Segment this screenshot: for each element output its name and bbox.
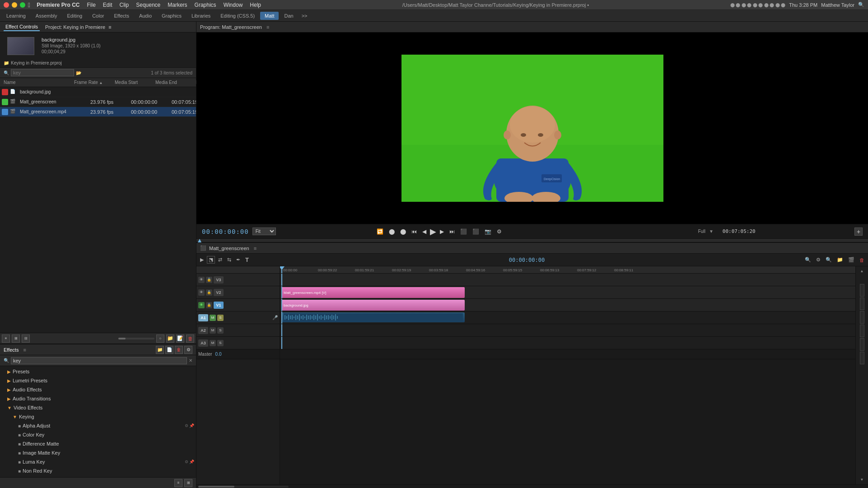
effect-color-key[interactable]: ■ Color Key: [0, 430, 196, 439]
ws-tab-editing[interactable]: Editing: [63, 12, 87, 20]
menu-item-clip[interactable]: Clip: [120, 2, 129, 8]
menu-item-apple[interactable]: Premiere Pro CC: [37, 2, 79, 8]
a1-badge[interactable]: A1: [198, 314, 208, 321]
v3-lock-toggle[interactable]: 🔒: [206, 277, 212, 283]
a1-height-ctrl[interactable]: [860, 325, 864, 337]
effects-audio-transitions[interactable]: ▶ Audio Transitions: [0, 394, 196, 403]
v2-eye-toggle[interactable]: 👁: [198, 289, 205, 296]
quality-dropdown-icon[interactable]: ▼: [709, 229, 714, 234]
effect-difference-matte[interactable]: ■ Difference Matte: [0, 439, 196, 448]
overwrite-button[interactable]: ⬛: [471, 228, 481, 236]
project-search-input[interactable]: [11, 69, 74, 76]
ws-tab-matt[interactable]: Matt: [260, 12, 279, 20]
v1-lock-toggle[interactable]: 🔒: [206, 302, 212, 308]
ws-tab-color[interactable]: Color: [88, 12, 108, 20]
loop-button[interactable]: 🔁: [375, 228, 385, 236]
effects-options-icon[interactable]: ≡: [23, 347, 26, 353]
effects-search-input[interactable]: [11, 357, 187, 364]
mark-out-button[interactable]: ⬤: [398, 228, 408, 236]
effects-presets[interactable]: ▶ Presets: [0, 367, 196, 376]
v3-eye-toggle[interactable]: 👁: [198, 277, 205, 283]
menu-item-markers[interactable]: Markers: [168, 2, 187, 8]
effect-non-red-key[interactable]: ■ Non Red Key: [0, 466, 196, 475]
v1-badge[interactable]: V1: [214, 302, 224, 309]
v2-lock-toggle[interactable]: 🔒: [206, 289, 212, 296]
track-row-a1[interactable]: [280, 311, 855, 324]
insert-button[interactable]: ⬛: [458, 228, 469, 236]
a2-solo-btn[interactable]: S: [217, 327, 224, 334]
timeline-play-btn[interactable]: ▶: [198, 256, 205, 264]
program-timecode[interactable]: 00:00:00:00: [202, 228, 249, 235]
effects-list-view[interactable]: ≡: [174, 479, 182, 487]
menu-item-window[interactable]: Window: [224, 2, 243, 8]
rewind-button[interactable]: ⏮: [410, 228, 419, 236]
list-view-button[interactable]: ≡: [2, 335, 10, 343]
timeline-ripple-btn[interactable]: ⇄: [216, 256, 224, 264]
v2-height-ctrl[interactable]: [860, 297, 864, 310]
a2-height-ctrl[interactable]: [860, 338, 864, 351]
timeline-scroll-track[interactable]: [198, 486, 289, 488]
col-header-mediaend[interactable]: Media End: [154, 80, 194, 85]
timeline-menu-icon[interactable]: ≡: [254, 246, 257, 251]
track-row-a3[interactable]: [280, 337, 855, 349]
fast-fwd-button[interactable]: ⏭: [448, 228, 457, 236]
clip-audio-a1[interactable]: [282, 312, 465, 322]
settings-overlay-button[interactable]: ⚙: [495, 228, 504, 236]
monitor-menu-icon[interactable]: ≡: [266, 24, 269, 30]
free-space-button[interactable]: ○: [156, 335, 164, 343]
slider-control[interactable]: [118, 335, 154, 343]
v2-badge[interactable]: V2: [214, 289, 224, 296]
effects-icon-view[interactable]: ⊞: [184, 479, 192, 487]
ws-tab-effects[interactable]: Effects: [109, 12, 133, 20]
ws-tab-libraries[interactable]: Libraries: [187, 12, 215, 20]
col-header-mediastart[interactable]: Media Start: [113, 80, 154, 85]
effects-settings-button[interactable]: ⚙: [184, 346, 192, 354]
track-row-a2[interactable]: [280, 324, 855, 337]
timeline-settings-btn[interactable]: ⚙: [814, 256, 822, 264]
v3-height-ctrl[interactable]: [860, 284, 864, 297]
effect-alpha-adjust[interactable]: ■ Alpha Adjust ⚙ 📌: [0, 421, 196, 430]
delete-from-tl-btn[interactable]: 🗑: [858, 256, 866, 264]
camera-button[interactable]: 📷: [483, 228, 493, 236]
a3-mute-btn[interactable]: M: [210, 340, 216, 346]
close-button[interactable]: [4, 2, 9, 8]
menu-item-help[interactable]: Help: [250, 2, 261, 8]
effect-luma-key[interactable]: ■ Luma Key ⚙ 📌: [0, 457, 196, 466]
timeline-add-edit-btn[interactable]: ⬔: [207, 256, 215, 264]
mark-in-button[interactable]: ⬤: [387, 228, 397, 236]
new-item-btn[interactable]: 📁: [835, 256, 845, 264]
clip-background-v1[interactable]: background.jpg: [282, 300, 465, 311]
play-button[interactable]: ▶: [430, 227, 436, 237]
effects-search-clear[interactable]: ✕: [189, 358, 192, 363]
add-button[interactable]: +: [854, 228, 863, 236]
new-item-button[interactable]: 📁: [166, 335, 174, 343]
maximize-button[interactable]: [20, 2, 25, 8]
tab-effect-controls[interactable]: Effect Controls: [4, 23, 40, 31]
bin-icon[interactable]: 📂: [76, 70, 81, 75]
a2-badge[interactable]: A2: [198, 327, 208, 334]
effects-new-bin-button[interactable]: 📁: [156, 346, 164, 354]
step-fwd-button[interactable]: ▶: [438, 228, 446, 236]
minimize-button[interactable]: [12, 2, 17, 8]
a3-solo-btn[interactable]: S: [217, 340, 224, 346]
timeline-pen-btn[interactable]: ✒: [234, 256, 242, 264]
timeline-type-btn[interactable]: T: [243, 256, 251, 264]
ws-tab-editing-css[interactable]: Editing (CSS.5): [216, 12, 259, 20]
menu-item-edit[interactable]: Edit: [103, 2, 112, 8]
ws-tab-assembly[interactable]: Assembly: [31, 12, 62, 20]
timeline-slip-btn[interactable]: ⇆: [225, 256, 233, 264]
col-header-framerate[interactable]: Frame Rate ▲: [72, 80, 113, 85]
icon-view-button[interactable]: ⊞: [12, 335, 20, 343]
effects-new-item-button[interactable]: 📄: [165, 346, 173, 354]
col-header-name[interactable]: Name: [0, 80, 72, 85]
workspace-more-button[interactable]: >>: [299, 13, 310, 19]
new-bin-button[interactable]: 📝: [176, 335, 184, 343]
tl-scroll-up[interactable]: ▲: [859, 268, 865, 274]
file-row-background[interactable]: 📄 background.jpg: [0, 87, 196, 97]
file-row-matt-greenscreen[interactable]: 🎬 Matt_greenscreen 23.976 fps 00:00:00:0…: [0, 97, 196, 107]
effects-delete-button[interactable]: 🗑: [175, 346, 183, 354]
fit-select[interactable]: Fit 25% 50% 75% 100%: [252, 228, 276, 235]
a1-mute-btn[interactable]: M: [210, 315, 216, 321]
ws-tab-learning[interactable]: Learning: [2, 12, 30, 20]
clip-matt-greenscreen-v[interactable]: Matt_greenscreen.mp4 [V]: [282, 287, 465, 298]
